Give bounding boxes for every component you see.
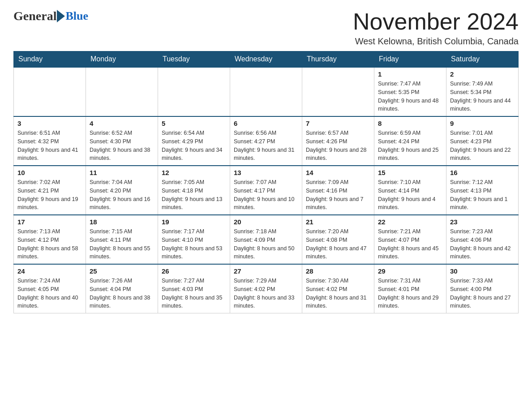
day-info: Sunrise: 7:18 AMSunset: 4:09 PMDaylight:… xyxy=(234,227,298,261)
calendar-week-4: 17Sunrise: 7:13 AMSunset: 4:12 PMDayligh… xyxy=(14,215,519,264)
day-number: 4 xyxy=(90,120,154,127)
page-header: General Blue November 2024 West Kelowna,… xyxy=(13,9,519,47)
calendar-cell: 24Sunrise: 7:24 AMSunset: 4:05 PMDayligh… xyxy=(14,264,86,313)
calendar-cell: 23Sunrise: 7:23 AMSunset: 4:06 PMDayligh… xyxy=(446,215,519,264)
day-number: 23 xyxy=(450,218,515,226)
calendar-cell: 18Sunrise: 7:15 AMSunset: 4:11 PMDayligh… xyxy=(86,215,158,264)
calendar-cell xyxy=(14,67,86,116)
calendar-week-5: 24Sunrise: 7:24 AMSunset: 4:05 PMDayligh… xyxy=(14,264,519,313)
day-info: Sunrise: 6:56 AMSunset: 4:27 PMDaylight:… xyxy=(234,129,298,163)
day-number: 15 xyxy=(378,169,442,176)
calendar-cell xyxy=(158,67,230,116)
calendar-table: SundayMondayTuesdayWednesdayThursdayFrid… xyxy=(13,51,519,313)
weekday-header-thursday: Thursday xyxy=(302,51,374,68)
weekday-header-row: SundayMondayTuesdayWednesdayThursdayFrid… xyxy=(14,51,519,68)
day-number: 12 xyxy=(162,169,226,176)
calendar-cell: 12Sunrise: 7:05 AMSunset: 4:18 PMDayligh… xyxy=(158,166,230,215)
day-number: 10 xyxy=(17,169,82,176)
day-info: Sunrise: 7:30 AMSunset: 4:02 PMDaylight:… xyxy=(306,277,370,310)
day-info: Sunrise: 7:21 AMSunset: 4:07 PMDaylight:… xyxy=(378,227,442,261)
calendar-cell: 4Sunrise: 6:52 AMSunset: 4:30 PMDaylight… xyxy=(86,116,158,166)
day-number: 16 xyxy=(450,169,515,176)
day-info: Sunrise: 7:31 AMSunset: 4:01 PMDaylight:… xyxy=(378,277,442,310)
day-number: 28 xyxy=(306,267,370,275)
location-subtitle: West Kelowna, British Columbia, Canada xyxy=(353,36,519,47)
day-info: Sunrise: 7:27 AMSunset: 4:03 PMDaylight:… xyxy=(162,277,226,310)
weekday-header-sunday: Sunday xyxy=(14,51,86,68)
calendar-cell: 17Sunrise: 7:13 AMSunset: 4:12 PMDayligh… xyxy=(14,215,86,264)
weekday-header-friday: Friday xyxy=(374,51,446,68)
calendar-cell: 25Sunrise: 7:26 AMSunset: 4:04 PMDayligh… xyxy=(86,264,158,313)
day-info: Sunrise: 6:59 AMSunset: 4:24 PMDaylight:… xyxy=(378,129,442,163)
day-number: 18 xyxy=(90,218,154,226)
day-number: 9 xyxy=(450,120,515,127)
day-number: 13 xyxy=(234,169,298,176)
day-number: 30 xyxy=(450,267,515,275)
calendar-cell: 20Sunrise: 7:18 AMSunset: 4:09 PMDayligh… xyxy=(230,215,302,264)
day-info: Sunrise: 7:15 AMSunset: 4:11 PMDaylight:… xyxy=(90,227,154,261)
day-number: 11 xyxy=(90,169,154,176)
calendar-cell: 15Sunrise: 7:10 AMSunset: 4:14 PMDayligh… xyxy=(374,166,446,215)
calendar-cell: 3Sunrise: 6:51 AMSunset: 4:32 PMDaylight… xyxy=(14,116,86,166)
day-info: Sunrise: 7:07 AMSunset: 4:17 PMDaylight:… xyxy=(234,178,298,212)
day-info: Sunrise: 7:02 AMSunset: 4:21 PMDaylight:… xyxy=(17,178,82,212)
calendar-cell: 5Sunrise: 6:54 AMSunset: 4:29 PMDaylight… xyxy=(158,116,230,166)
day-number: 24 xyxy=(17,267,82,275)
day-number: 1 xyxy=(378,70,442,78)
calendar-cell xyxy=(302,67,374,116)
day-number: 8 xyxy=(378,120,442,127)
calendar-cell: 19Sunrise: 7:17 AMSunset: 4:10 PMDayligh… xyxy=(158,215,230,264)
day-number: 6 xyxy=(234,120,298,127)
calendar-cell: 7Sunrise: 6:57 AMSunset: 4:26 PMDaylight… xyxy=(302,116,374,166)
calendar-cell: 14Sunrise: 7:09 AMSunset: 4:16 PMDayligh… xyxy=(302,166,374,215)
logo-blue: Blue xyxy=(65,9,88,23)
day-number: 3 xyxy=(17,120,82,127)
day-info: Sunrise: 7:17 AMSunset: 4:10 PMDaylight:… xyxy=(162,227,226,261)
day-info: Sunrise: 6:57 AMSunset: 4:26 PMDaylight:… xyxy=(306,129,370,163)
calendar-cell: 30Sunrise: 7:33 AMSunset: 4:00 PMDayligh… xyxy=(446,264,519,313)
calendar-week-2: 3Sunrise: 6:51 AMSunset: 4:32 PMDaylight… xyxy=(14,116,519,166)
logo-chevron-icon xyxy=(57,10,65,22)
day-number: 7 xyxy=(306,120,370,127)
weekday-header-tuesday: Tuesday xyxy=(158,51,230,68)
calendar-cell: 26Sunrise: 7:27 AMSunset: 4:03 PMDayligh… xyxy=(158,264,230,313)
day-info: Sunrise: 7:12 AMSunset: 4:13 PMDaylight:… xyxy=(450,178,515,212)
calendar-cell: 28Sunrise: 7:30 AMSunset: 4:02 PMDayligh… xyxy=(302,264,374,313)
weekday-header-saturday: Saturday xyxy=(446,51,519,68)
month-title: November 2024 xyxy=(353,9,519,34)
day-number: 17 xyxy=(17,218,82,226)
calendar-cell xyxy=(86,67,158,116)
title-section: November 2024 West Kelowna, British Colu… xyxy=(353,9,519,47)
day-info: Sunrise: 7:09 AMSunset: 4:16 PMDaylight:… xyxy=(306,178,370,212)
day-info: Sunrise: 7:13 AMSunset: 4:12 PMDaylight:… xyxy=(17,227,82,261)
day-info: Sunrise: 6:54 AMSunset: 4:29 PMDaylight:… xyxy=(162,129,226,163)
calendar-cell: 21Sunrise: 7:20 AMSunset: 4:08 PMDayligh… xyxy=(302,215,374,264)
calendar-cell: 9Sunrise: 7:01 AMSunset: 4:23 PMDaylight… xyxy=(446,116,519,166)
calendar-cell: 11Sunrise: 7:04 AMSunset: 4:20 PMDayligh… xyxy=(86,166,158,215)
calendar-cell: 22Sunrise: 7:21 AMSunset: 4:07 PMDayligh… xyxy=(374,215,446,264)
day-number: 14 xyxy=(306,169,370,176)
day-info: Sunrise: 7:10 AMSunset: 4:14 PMDaylight:… xyxy=(378,178,442,212)
day-number: 26 xyxy=(162,267,226,275)
calendar-cell: 8Sunrise: 6:59 AMSunset: 4:24 PMDaylight… xyxy=(374,116,446,166)
day-info: Sunrise: 7:01 AMSunset: 4:23 PMDaylight:… xyxy=(450,129,515,163)
day-info: Sunrise: 7:24 AMSunset: 4:05 PMDaylight:… xyxy=(17,277,82,310)
day-info: Sunrise: 6:51 AMSunset: 4:32 PMDaylight:… xyxy=(17,129,82,163)
calendar-cell: 6Sunrise: 6:56 AMSunset: 4:27 PMDaylight… xyxy=(230,116,302,166)
logo: General Blue xyxy=(13,9,88,23)
day-number: 29 xyxy=(378,267,442,275)
day-info: Sunrise: 7:33 AMSunset: 4:00 PMDaylight:… xyxy=(450,277,515,310)
weekday-header-monday: Monday xyxy=(86,51,158,68)
day-number: 27 xyxy=(234,267,298,275)
weekday-header-wednesday: Wednesday xyxy=(230,51,302,68)
calendar-cell: 10Sunrise: 7:02 AMSunset: 4:21 PMDayligh… xyxy=(14,166,86,215)
day-info: Sunrise: 7:04 AMSunset: 4:20 PMDaylight:… xyxy=(90,178,154,212)
calendar-cell: 29Sunrise: 7:31 AMSunset: 4:01 PMDayligh… xyxy=(374,264,446,313)
day-info: Sunrise: 7:20 AMSunset: 4:08 PMDaylight:… xyxy=(306,227,370,261)
calendar-week-3: 10Sunrise: 7:02 AMSunset: 4:21 PMDayligh… xyxy=(14,166,519,215)
calendar-cell: 27Sunrise: 7:29 AMSunset: 4:02 PMDayligh… xyxy=(230,264,302,313)
day-info: Sunrise: 7:05 AMSunset: 4:18 PMDaylight:… xyxy=(162,178,226,212)
day-info: Sunrise: 7:26 AMSunset: 4:04 PMDaylight:… xyxy=(90,277,154,310)
day-info: Sunrise: 7:23 AMSunset: 4:06 PMDaylight:… xyxy=(450,227,515,261)
day-number: 22 xyxy=(378,218,442,226)
